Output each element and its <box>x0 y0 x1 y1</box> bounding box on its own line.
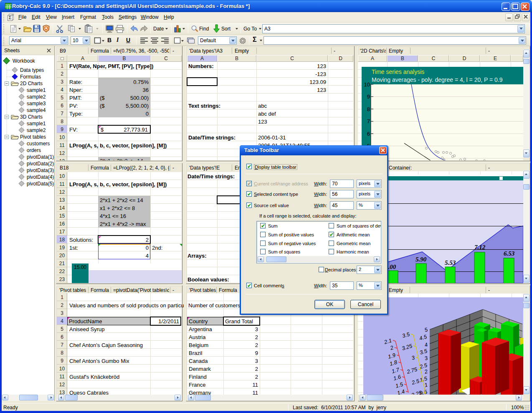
svg-text:pivotData(3): pivotData(3) <box>27 167 54 173</box>
svg-text:pivotData(2): pivotData(2) <box>27 161 54 167</box>
svg-text:5.53: 5.53 <box>445 259 456 266</box>
svg-text:sample2: sample2 <box>27 127 46 133</box>
svg-text:2D Charts: 2D Charts <box>20 81 43 86</box>
svg-text:6.53: 6.53 <box>504 250 515 257</box>
svg-text:Data types: Data types <box>20 67 44 73</box>
svg-text:sample2: sample2 <box>27 94 46 100</box>
svg-text:8: 8 <box>367 106 370 112</box>
svg-text:6: 6 <box>367 131 370 137</box>
svg-text:Pivot tables: Pivot tables <box>20 134 46 140</box>
svg-text:sample3: sample3 <box>27 101 46 106</box>
svg-text:7.12: 7.12 <box>474 244 486 251</box>
svg-text:sample1: sample1 <box>27 121 46 127</box>
svg-text:7: 7 <box>367 118 370 124</box>
svg-text:Σ: Σ <box>9 15 11 20</box>
svg-text:5.90: 5.90 <box>415 256 427 263</box>
svg-text:9: 9 <box>367 94 370 100</box>
svg-text:3D Charts: 3D Charts <box>20 114 43 120</box>
svg-text:Formulas: Formulas <box>20 74 41 80</box>
svg-text:Workbook: Workbook <box>13 58 35 64</box>
svg-text:10: 10 <box>364 81 370 88</box>
svg-text:sample1: sample1 <box>27 87 46 93</box>
svg-text:pivotData(1): pivotData(1) <box>27 154 54 160</box>
svg-text:customers: customers <box>27 141 50 147</box>
svg-text:sample4: sample4 <box>27 107 46 113</box>
svg-text:Moving averages - poly. degree: Moving averages - poly. degree = 4, l = … <box>372 76 503 83</box>
svg-text:pivotData(4): pivotData(4) <box>27 174 54 180</box>
svg-text:orders: orders <box>27 147 41 153</box>
svg-text:Time series analysis: Time series analysis <box>372 68 424 75</box>
svg-text:pivotData(5): pivotData(5) <box>27 181 54 187</box>
